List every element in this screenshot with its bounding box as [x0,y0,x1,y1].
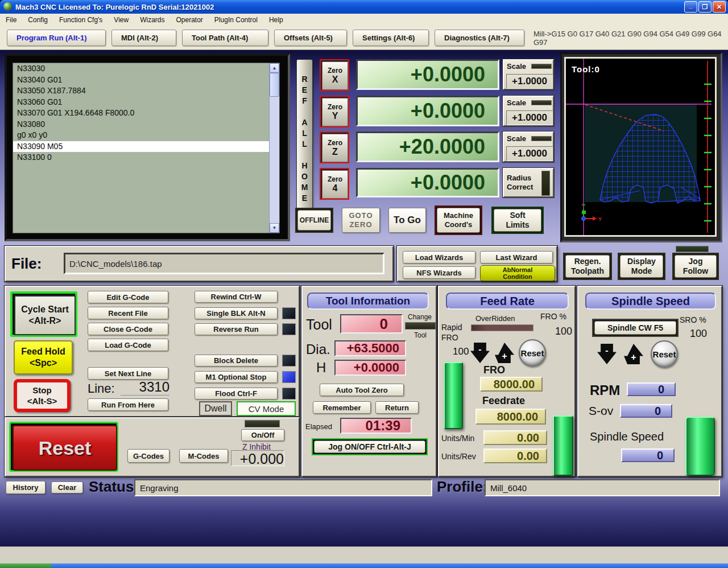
zero-4-button[interactable]: Zero4 [320,168,349,200]
soft-limits-button[interactable]: Soft Limits [491,207,544,234]
menu-file[interactable]: File [6,16,16,24]
auto-tool-zero-button[interactable]: Auto Tool Zero [320,384,404,396]
nfs-wizards-button[interactable]: NFS Wizards [403,266,475,279]
zero-x-button[interactable]: ZeroX [320,59,349,91]
toolpath-display[interactable]: Y Tool:0 [564,57,717,237]
scale-z-value[interactable]: +1.0000 [506,146,553,161]
to-go-button[interactable]: To Go [388,208,426,233]
goto-zero-button[interactable]: GOTO ZERO [342,208,380,233]
scale-y-value[interactable]: +1.0000 [506,110,553,125]
gcode-line-selected[interactable]: N33090 M05 [13,141,270,153]
tab-tool-path[interactable]: Tool Path (Alt-4) [182,30,268,46]
menu-function-cfgs[interactable]: Function Cfg's [59,16,102,24]
machine-coords-button[interactable]: Machine Coord's [435,205,482,235]
tab-offsets[interactable]: Offsets (Alt-5) [274,30,347,46]
block-delete-button[interactable]: Block Delete [195,355,278,367]
feed-hold-button[interactable]: Feed Hold <Spc> [14,340,73,374]
menu-operator[interactable]: Operator [176,16,203,24]
offline-button[interactable]: OFFLINE [295,208,333,233]
sov-dro[interactable]: 0 [620,404,672,418]
scroll-down-button[interactable]: ▼ [270,223,279,233]
abnormal-condition-button[interactable]: AbNormal Condition [480,265,555,281]
scroll-up-button[interactable]: ▲ [270,63,279,73]
menu-view[interactable]: View [114,16,129,24]
sro-increase-button[interactable]: + [624,344,643,364]
on-off-button[interactable]: On/Off [241,429,284,441]
spindle-slider[interactable] [685,417,715,476]
reset-button[interactable]: Reset [9,422,118,472]
load-wizards-button[interactable]: Load Wizards [403,251,475,264]
dro-x-value[interactable]: +0.0000 [356,59,499,90]
tab-mdi[interactable]: MDI (Alt-2) [111,30,176,46]
tab-program-run[interactable]: Program Run (Alt-1) [7,30,106,46]
gcode-line[interactable]: N33050 X187.7884 [13,85,279,97]
gcode-line[interactable]: g0 x0 y0 [13,130,279,141]
fro-dro[interactable]: 8000.00 [480,377,543,392]
cycle-start-button[interactable]: Cycle Start <Alt-R> [10,291,77,337]
gcode-line[interactable]: N33080 [13,119,279,130]
scroll-thumb[interactable] [270,73,279,97]
zero-y-button[interactable]: ZeroY [320,96,349,127]
fro-slider[interactable] [444,362,463,429]
edit-gcode-button[interactable]: Edit G-Code [88,291,168,303]
z-inhibit-value[interactable]: +0.000 [231,450,284,466]
fro-reset-button[interactable]: Reset [519,339,546,367]
tab-diagnostics[interactable]: Diagnostics (Alt-7) [435,30,524,46]
mcodes-button[interactable]: M-Codes [179,449,228,463]
flood-button[interactable]: Flood Ctrl-F [195,388,278,400]
sro-reset-button[interactable]: Reset [651,340,678,368]
taskbar[interactable] [0,563,728,568]
fro-decrease-button[interactable]: - [470,343,490,363]
gcode-list[interactable]: N33030 N33040 G01 N33050 X187.7884 N3306… [13,63,280,233]
sro-decrease-button[interactable]: - [597,344,617,364]
stop-button[interactable]: Stop <Alt-S> [14,379,71,412]
return-button[interactable]: Return [375,401,419,414]
gcode-line[interactable]: N33070 G01 X194.6648 F8000.0 [13,108,279,119]
spindle-speed-dro[interactable]: 0 [621,448,675,462]
gcodes-button[interactable]: G-Codes [127,449,169,463]
close-gcode-button[interactable]: Close G-Code [88,323,168,335]
start-button-fragment[interactable] [0,563,51,568]
ref-all-home-button[interactable]: R E F A L L H O M E [296,59,313,219]
rewind-button[interactable]: Rewind Ctrl-W [195,291,278,303]
h-dro[interactable]: +0.0000 [334,360,406,376]
dro-4-value[interactable]: +0.0000 [356,168,499,197]
gcode-line[interactable]: N33100 0 [13,152,279,163]
recent-file-button[interactable]: Recent File [88,307,168,319]
restore-button[interactable]: ❐ [698,1,712,13]
gcode-line[interactable]: N33030 [13,63,279,75]
run-from-here-button[interactable]: Run From Here [88,398,168,411]
set-next-line-button[interactable]: Set Next Line [88,367,168,380]
menu-wizards[interactable]: Wizards [140,16,164,24]
gcode-line[interactable]: N33060 G01 [13,97,279,108]
feedrate-slider[interactable] [553,415,573,476]
single-blk-button[interactable]: Single BLK Alt-N [195,307,278,319]
jog-follow-button[interactable]: Jog Follow [672,253,719,280]
display-mode-button[interactable]: Display Mode [618,253,665,280]
m1-optional-stop-button[interactable]: M1 Optional Stop [195,371,278,383]
dro-y-value[interactable]: +0.0000 [356,96,499,126]
jog-onoff-button[interactable]: Jog ON/OFF Ctrl-Alt-J [312,438,428,455]
load-gcode-button[interactable]: Load G-Code [88,339,168,351]
menu-plugin-control[interactable]: PlugIn Control [214,16,258,24]
gcode-line[interactable]: N33040 G01 [13,75,279,86]
line-number-field[interactable]: 3310 [121,379,169,396]
clear-button[interactable]: Clear [51,481,83,493]
tool-number-dro[interactable]: 0 [340,314,403,334]
tab-settings[interactable]: Settings (Alt-6) [353,30,429,46]
close-button[interactable]: ✕ [713,1,726,13]
spindle-cw-button[interactable]: Spindle CW F5 [592,319,679,337]
radius-correct-button[interactable]: Radius Correct [503,168,554,197]
history-button[interactable]: History [6,481,46,494]
reverse-run-button[interactable]: Reverse Run [195,323,278,335]
dro-z-value[interactable]: +20.0000 [356,131,499,162]
menu-help[interactable]: Help [269,16,283,24]
minimize-button[interactable]: _ [684,1,697,13]
gcode-scrollbar[interactable]: ▲ ▼ [269,63,279,233]
last-wizard-button[interactable]: Last Wizard [480,251,553,264]
dia-dro[interactable]: +63.5000 [334,340,406,356]
zero-z-button[interactable]: ZeroZ [320,131,349,163]
regen-toolpath-button[interactable]: Regen. Toolpath [563,253,612,280]
remember-button[interactable]: Remember [313,401,371,414]
fro-increase-button[interactable]: + [495,343,514,363]
